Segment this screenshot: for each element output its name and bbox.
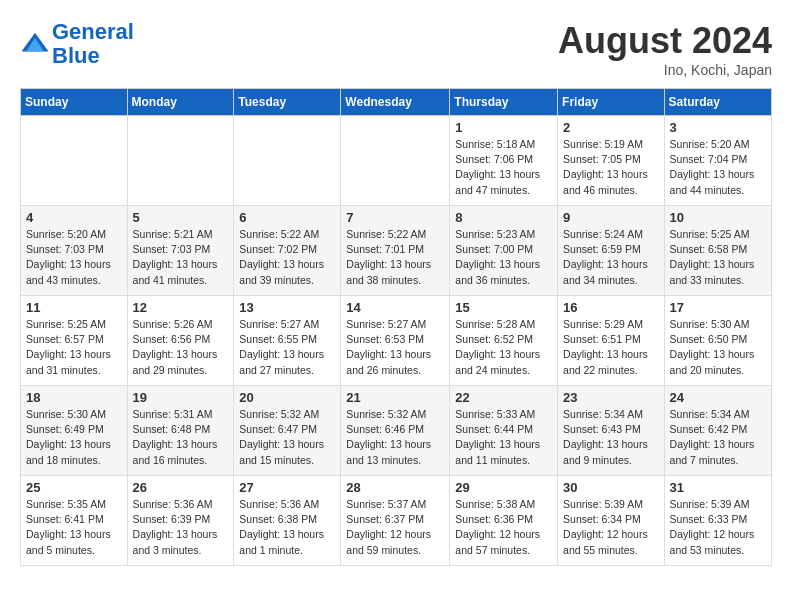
day-info: Sunrise: 5:20 AM Sunset: 7:03 PM Dayligh… (26, 227, 122, 288)
calendar-cell: 22Sunrise: 5:33 AM Sunset: 6:44 PM Dayli… (450, 386, 558, 476)
calendar-cell: 27Sunrise: 5:36 AM Sunset: 6:38 PM Dayli… (234, 476, 341, 566)
day-info: Sunrise: 5:32 AM Sunset: 6:47 PM Dayligh… (239, 407, 335, 468)
logo: General Blue (20, 20, 134, 68)
header-cell-thursday: Thursday (450, 89, 558, 116)
day-info: Sunrise: 5:34 AM Sunset: 6:42 PM Dayligh… (670, 407, 766, 468)
day-info: Sunrise: 5:27 AM Sunset: 6:55 PM Dayligh… (239, 317, 335, 378)
header-cell-wednesday: Wednesday (341, 89, 450, 116)
calendar-cell: 6Sunrise: 5:22 AM Sunset: 7:02 PM Daylig… (234, 206, 341, 296)
day-info: Sunrise: 5:34 AM Sunset: 6:43 PM Dayligh… (563, 407, 659, 468)
calendar-cell: 12Sunrise: 5:26 AM Sunset: 6:56 PM Dayli… (127, 296, 234, 386)
day-number: 4 (26, 210, 122, 225)
calendar-table: SundayMondayTuesdayWednesdayThursdayFrid… (20, 88, 772, 566)
day-info: Sunrise: 5:25 AM Sunset: 6:58 PM Dayligh… (670, 227, 766, 288)
calendar-cell: 8Sunrise: 5:23 AM Sunset: 7:00 PM Daylig… (450, 206, 558, 296)
day-info: Sunrise: 5:25 AM Sunset: 6:57 PM Dayligh… (26, 317, 122, 378)
calendar-cell (127, 116, 234, 206)
day-number: 22 (455, 390, 552, 405)
calendar-cell: 16Sunrise: 5:29 AM Sunset: 6:51 PM Dayli… (558, 296, 665, 386)
day-number: 16 (563, 300, 659, 315)
logo-text: General Blue (52, 20, 134, 68)
day-info: Sunrise: 5:20 AM Sunset: 7:04 PM Dayligh… (670, 137, 766, 198)
day-info: Sunrise: 5:30 AM Sunset: 6:50 PM Dayligh… (670, 317, 766, 378)
day-info: Sunrise: 5:33 AM Sunset: 6:44 PM Dayligh… (455, 407, 552, 468)
day-info: Sunrise: 5:19 AM Sunset: 7:05 PM Dayligh… (563, 137, 659, 198)
day-number: 2 (563, 120, 659, 135)
day-number: 30 (563, 480, 659, 495)
calendar-cell: 31Sunrise: 5:39 AM Sunset: 6:33 PM Dayli… (664, 476, 771, 566)
calendar-cell: 13Sunrise: 5:27 AM Sunset: 6:55 PM Dayli… (234, 296, 341, 386)
day-number: 13 (239, 300, 335, 315)
header-cell-saturday: Saturday (664, 89, 771, 116)
day-number: 14 (346, 300, 444, 315)
calendar-body: 1Sunrise: 5:18 AM Sunset: 7:06 PM Daylig… (21, 116, 772, 566)
calendar-cell: 14Sunrise: 5:27 AM Sunset: 6:53 PM Dayli… (341, 296, 450, 386)
header-cell-friday: Friday (558, 89, 665, 116)
logo-icon (20, 29, 50, 59)
header-cell-tuesday: Tuesday (234, 89, 341, 116)
calendar-cell: 4Sunrise: 5:20 AM Sunset: 7:03 PM Daylig… (21, 206, 128, 296)
day-info: Sunrise: 5:26 AM Sunset: 6:56 PM Dayligh… (133, 317, 229, 378)
day-number: 23 (563, 390, 659, 405)
calendar-cell: 7Sunrise: 5:22 AM Sunset: 7:01 PM Daylig… (341, 206, 450, 296)
calendar-cell (341, 116, 450, 206)
month-title: August 2024 (558, 20, 772, 62)
day-info: Sunrise: 5:22 AM Sunset: 7:01 PM Dayligh… (346, 227, 444, 288)
day-info: Sunrise: 5:39 AM Sunset: 6:34 PM Dayligh… (563, 497, 659, 558)
calendar-cell: 2Sunrise: 5:19 AM Sunset: 7:05 PM Daylig… (558, 116, 665, 206)
calendar-cell (21, 116, 128, 206)
week-row-3: 11Sunrise: 5:25 AM Sunset: 6:57 PM Dayli… (21, 296, 772, 386)
calendar-cell: 18Sunrise: 5:30 AM Sunset: 6:49 PM Dayli… (21, 386, 128, 476)
day-number: 28 (346, 480, 444, 495)
day-info: Sunrise: 5:28 AM Sunset: 6:52 PM Dayligh… (455, 317, 552, 378)
day-number: 31 (670, 480, 766, 495)
day-info: Sunrise: 5:18 AM Sunset: 7:06 PM Dayligh… (455, 137, 552, 198)
calendar-cell: 25Sunrise: 5:35 AM Sunset: 6:41 PM Dayli… (21, 476, 128, 566)
week-row-5: 25Sunrise: 5:35 AM Sunset: 6:41 PM Dayli… (21, 476, 772, 566)
day-number: 3 (670, 120, 766, 135)
header-row: SundayMondayTuesdayWednesdayThursdayFrid… (21, 89, 772, 116)
title-block: August 2024 Ino, Kochi, Japan (558, 20, 772, 78)
calendar-cell: 21Sunrise: 5:32 AM Sunset: 6:46 PM Dayli… (341, 386, 450, 476)
day-number: 19 (133, 390, 229, 405)
day-number: 20 (239, 390, 335, 405)
day-number: 10 (670, 210, 766, 225)
calendar-cell: 17Sunrise: 5:30 AM Sunset: 6:50 PM Dayli… (664, 296, 771, 386)
calendar-cell: 3Sunrise: 5:20 AM Sunset: 7:04 PM Daylig… (664, 116, 771, 206)
calendar-cell: 23Sunrise: 5:34 AM Sunset: 6:43 PM Dayli… (558, 386, 665, 476)
week-row-1: 1Sunrise: 5:18 AM Sunset: 7:06 PM Daylig… (21, 116, 772, 206)
calendar-cell: 11Sunrise: 5:25 AM Sunset: 6:57 PM Dayli… (21, 296, 128, 386)
day-number: 1 (455, 120, 552, 135)
calendar-cell: 30Sunrise: 5:39 AM Sunset: 6:34 PM Dayli… (558, 476, 665, 566)
calendar-cell: 15Sunrise: 5:28 AM Sunset: 6:52 PM Dayli… (450, 296, 558, 386)
day-number: 11 (26, 300, 122, 315)
calendar-cell: 20Sunrise: 5:32 AM Sunset: 6:47 PM Dayli… (234, 386, 341, 476)
calendar-cell: 5Sunrise: 5:21 AM Sunset: 7:03 PM Daylig… (127, 206, 234, 296)
calendar-cell: 1Sunrise: 5:18 AM Sunset: 7:06 PM Daylig… (450, 116, 558, 206)
day-number: 27 (239, 480, 335, 495)
header-cell-monday: Monday (127, 89, 234, 116)
day-number: 15 (455, 300, 552, 315)
calendar-cell: 26Sunrise: 5:36 AM Sunset: 6:39 PM Dayli… (127, 476, 234, 566)
location: Ino, Kochi, Japan (558, 62, 772, 78)
day-number: 6 (239, 210, 335, 225)
day-number: 5 (133, 210, 229, 225)
day-number: 25 (26, 480, 122, 495)
page-header: General Blue August 2024 Ino, Kochi, Jap… (20, 20, 772, 78)
day-info: Sunrise: 5:37 AM Sunset: 6:37 PM Dayligh… (346, 497, 444, 558)
day-number: 21 (346, 390, 444, 405)
week-row-4: 18Sunrise: 5:30 AM Sunset: 6:49 PM Dayli… (21, 386, 772, 476)
day-info: Sunrise: 5:36 AM Sunset: 6:38 PM Dayligh… (239, 497, 335, 558)
day-number: 8 (455, 210, 552, 225)
day-info: Sunrise: 5:23 AM Sunset: 7:00 PM Dayligh… (455, 227, 552, 288)
calendar-header: SundayMondayTuesdayWednesdayThursdayFrid… (21, 89, 772, 116)
header-cell-sunday: Sunday (21, 89, 128, 116)
day-number: 7 (346, 210, 444, 225)
day-info: Sunrise: 5:35 AM Sunset: 6:41 PM Dayligh… (26, 497, 122, 558)
day-number: 26 (133, 480, 229, 495)
day-info: Sunrise: 5:24 AM Sunset: 6:59 PM Dayligh… (563, 227, 659, 288)
day-number: 18 (26, 390, 122, 405)
day-info: Sunrise: 5:32 AM Sunset: 6:46 PM Dayligh… (346, 407, 444, 468)
day-number: 17 (670, 300, 766, 315)
week-row-2: 4Sunrise: 5:20 AM Sunset: 7:03 PM Daylig… (21, 206, 772, 296)
